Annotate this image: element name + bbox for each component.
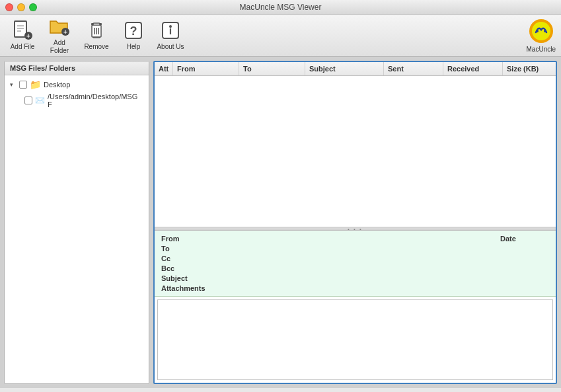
col-to: To [239, 62, 305, 75]
email-attachments-row: Attachments [161, 284, 355, 292]
remove-button[interactable]: Remove [79, 17, 114, 54]
window-controls [5, 3, 37, 11]
add-folder-label: Add Folder [45, 39, 74, 55]
table-header: Att From To Subject Sent Received Size (… [155, 62, 556, 76]
macuncle-label: MacUncle [527, 46, 556, 53]
email-cc-row: Cc [161, 255, 355, 262]
add-file-icon: + [12, 20, 33, 41]
close-button[interactable] [5, 3, 13, 11]
col-from: From [173, 62, 239, 75]
col-sent: Sent [384, 62, 443, 75]
svg-text:+: + [26, 32, 30, 40]
maximize-button[interactable] [29, 3, 37, 11]
desktop-folder-icon: 📁 [30, 79, 41, 90]
col-size: Size (KB) [503, 62, 556, 75]
email-to-row: To [161, 245, 355, 253]
minimize-button[interactable] [17, 3, 25, 11]
email-subject-row: Subject [161, 274, 355, 282]
macuncle-icon [528, 18, 554, 44]
window-title: MacUncle MSG Viewer [240, 3, 322, 12]
remove-icon [86, 20, 107, 41]
date-label: Date [500, 235, 546, 243]
left-panel: MSG Files/ Folders ▾ 📁 Desktop ✉️ /Users… [4, 61, 149, 384]
right-panel: Att From To Subject Sent Received Size (… [153, 61, 557, 384]
svg-text:?: ? [130, 24, 137, 38]
attachments-label: Attachments [161, 284, 207, 292]
svg-point-21 [536, 30, 539, 32]
from-label: From [161, 235, 207, 243]
bcc-label: Bcc [161, 264, 207, 272]
main-content: MSG Files/ Folders ▾ 📁 Desktop ✉️ /Users… [0, 57, 561, 388]
macuncle-logo: MacUncle [527, 18, 556, 53]
add-file-label: Add File [11, 43, 35, 51]
email-meta: From To Cc Bcc [155, 231, 556, 297]
about-us-label: About Us [157, 43, 184, 51]
tree-arrow-desktop: ▾ [10, 81, 17, 88]
title-bar: MacUncle MSG Viewer [0, 0, 561, 15]
msgfile-checkbox[interactable] [24, 97, 32, 104]
add-folder-icon: + [49, 16, 70, 37]
help-label: Help [127, 43, 141, 51]
cc-label: Cc [161, 255, 207, 262]
col-received: Received [443, 62, 503, 75]
email-body[interactable] [157, 299, 553, 380]
email-from-row: From [161, 235, 355, 243]
tree-item-msgfile[interactable]: ✉️ /Users/admin/Desktop/MSG F [5, 91, 149, 110]
tree-item-desktop[interactable]: ▾ 📁 Desktop [5, 78, 149, 91]
left-panel-header: MSG Files/ Folders [5, 61, 149, 75]
svg-text:+: + [63, 28, 67, 36]
svg-point-18 [169, 25, 172, 28]
subject-label: Subject [161, 274, 207, 282]
col-subject: Subject [305, 62, 384, 75]
help-icon: ? [123, 20, 144, 41]
to-label: To [161, 245, 207, 253]
email-preview: From To Cc Bcc [155, 231, 556, 383]
email-bcc-row: Bcc [161, 264, 355, 272]
msgfile-label: /Users/admin/Desktop/MSG F [48, 93, 143, 108]
svg-point-22 [544, 30, 546, 32]
remove-label: Remove [84, 43, 108, 51]
add-file-button[interactable]: + Add File [5, 17, 40, 54]
toolbar: + Add File + Add Folder Remove [0, 15, 561, 57]
about-us-icon: i [160, 20, 181, 41]
email-file-icon: ✉️ [35, 96, 45, 105]
add-folder-button[interactable]: + Add Folder [42, 17, 77, 54]
desktop-label: Desktop [44, 81, 70, 89]
about-us-button[interactable]: i About Us [153, 17, 188, 54]
table-body[interactable] [155, 76, 556, 227]
help-button[interactable]: ? Help [116, 17, 151, 54]
desktop-checkbox[interactable] [19, 81, 27, 89]
file-tree[interactable]: ▾ 📁 Desktop ✉️ /Users/admin/Desktop/MSG … [5, 75, 149, 383]
col-att: Att [155, 62, 173, 75]
